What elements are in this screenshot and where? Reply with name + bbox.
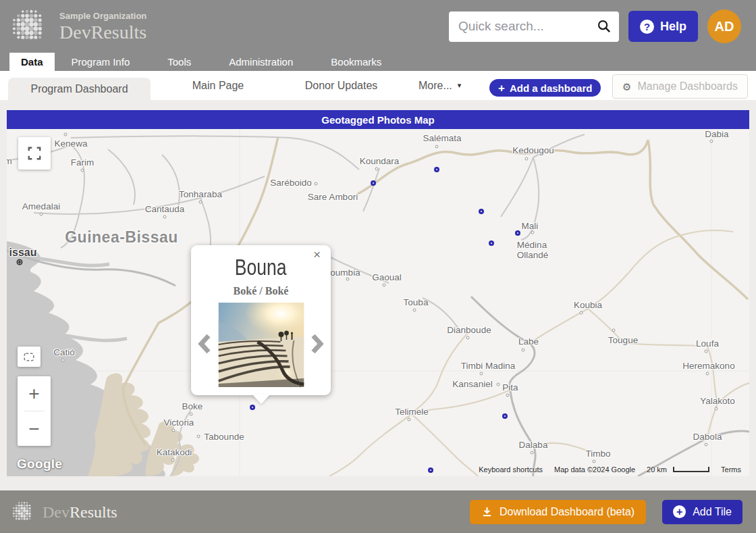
map-data-text: Map data ©2024 Google <box>554 465 635 474</box>
photo-marker[interactable] <box>434 167 439 172</box>
map-label-mali: Mali <box>522 221 539 231</box>
map-label-m-dina: Médina <box>517 240 547 250</box>
map-label-dabia: Dabia <box>705 129 728 139</box>
close-icon[interactable]: × <box>309 247 325 263</box>
photo-marker[interactable] <box>250 405 255 410</box>
previous-photo-icon[interactable] <box>197 334 212 357</box>
map-label-sare-ambori: Sare Ambori <box>308 192 358 202</box>
app-footer: DevResults Download Dashboard (beta) + A… <box>0 490 756 533</box>
add-dashboard-button[interactable]: + Add a dashboard <box>489 79 601 97</box>
popup-pointer <box>252 395 270 404</box>
town-dot <box>408 418 411 422</box>
download-icon <box>481 506 493 517</box>
zoom-in-button[interactable]: + <box>18 376 51 411</box>
nav-item-data[interactable]: Data <box>9 53 55 71</box>
nav-item-bookmarks[interactable]: Bookmarks <box>319 53 393 71</box>
user-avatar[interactable]: AD <box>707 9 741 43</box>
page: Sample Organization DevResults ? Help AD… <box>0 0 756 533</box>
map-label-kenewa: Kenewa <box>55 138 88 149</box>
help-button[interactable]: ? Help <box>628 11 698 42</box>
map-tile: Geotagged Photos Map <box>7 110 749 476</box>
town-dot <box>346 278 350 281</box>
add-tile-button[interactable]: + Add Tile <box>662 500 742 524</box>
town-dot <box>171 459 175 462</box>
town-dot <box>172 429 176 432</box>
capital-dot <box>17 259 23 265</box>
dashboard-tab-donor-updates[interactable]: Donor Updates <box>286 71 397 100</box>
footer-wordmark: DevResults <box>43 504 117 520</box>
photo-marker[interactable] <box>428 467 433 473</box>
town-dot <box>705 350 708 353</box>
town-dot <box>199 201 202 204</box>
photo-marker[interactable] <box>479 209 484 214</box>
map-label-katakodi: Katakodi <box>157 447 192 457</box>
nav-item-program-info[interactable]: Program Info <box>60 53 142 71</box>
help-label: Help <box>660 20 686 34</box>
map-label-yalakoto: Yalakoto <box>700 396 735 406</box>
photo-marker[interactable] <box>502 413 508 419</box>
scale-bar <box>673 467 709 472</box>
question-icon: ? <box>640 20 654 34</box>
photo-marker[interactable] <box>371 180 376 186</box>
map-label-pita: Pita <box>502 382 518 392</box>
map-label-dianboude: Dianboude <box>447 325 491 335</box>
plus-circle-icon: + <box>673 505 686 518</box>
dashboard-tab-main-page[interactable]: Main Page <box>151 71 286 100</box>
map-label-victoria: Victoria <box>164 417 194 428</box>
dashboard-tab-program-dashboard[interactable]: Program Dashboard <box>8 78 151 100</box>
next-photo-icon[interactable] <box>310 334 325 357</box>
google-logo[interactable]: Google <box>17 457 62 472</box>
town-dot <box>593 460 596 463</box>
town-dot <box>197 435 200 438</box>
tab-label: More... <box>418 80 452 92</box>
photo-marker[interactable] <box>515 230 520 236</box>
tab-label: Main Page <box>192 80 244 92</box>
town-dot <box>190 413 193 416</box>
photo-marker[interactable] <box>489 240 494 246</box>
search-input[interactable] <box>449 11 619 42</box>
town-dot <box>163 215 167 219</box>
town-dot <box>715 407 718 411</box>
keyboard-shortcuts-link[interactable]: Keyboard shortcuts <box>479 465 543 474</box>
map-label-dabola: Dabola <box>693 432 722 442</box>
header-actions: ? Help AD <box>449 9 741 43</box>
terms-link[interactable]: Terms <box>721 465 741 474</box>
brand: Sample Organization DevResults <box>9 7 146 46</box>
nav-item-administration[interactable]: Administration <box>217 53 304 71</box>
fit-bounds-button[interactable] <box>18 347 40 367</box>
map-label-kedougou: Kedougou <box>512 145 554 155</box>
town-dot <box>710 140 713 143</box>
download-dashboard-button[interactable]: Download Dashboard (beta) <box>470 500 646 524</box>
dashboard-tab-bar: Program DashboardMain PageDonor UpdatesM… <box>0 71 756 100</box>
map-label-cati: Catió <box>53 347 75 357</box>
map-label-sar-boido: Saréboido <box>270 178 312 188</box>
zoom-control: + − <box>18 376 51 446</box>
town-dot <box>580 311 583 315</box>
map-label-tougue: Tougue <box>608 335 638 345</box>
main-nav: DataProgram InfoToolsAdministrationBookm… <box>0 53 756 71</box>
app-header: Sample Organization DevResults ? Help AD <box>0 0 756 53</box>
download-dashboard-label: Download Dashboard (beta) <box>500 506 634 518</box>
town-dot <box>383 284 386 287</box>
map-label-koundara: Koundara <box>360 156 400 166</box>
town-dot <box>525 157 529 161</box>
manage-dashboards-button[interactable]: ⚙ Manage Dashboards <box>612 74 748 99</box>
chevron-down-icon: ▾ <box>458 81 462 90</box>
fullscreen-button[interactable] <box>18 137 51 170</box>
map-label-guinea-bissau: Guinea-Bissau <box>65 228 178 247</box>
town-dot <box>497 383 500 386</box>
town-dot <box>64 133 68 136</box>
map-label-farim: Farim <box>71 157 94 168</box>
dashboard-tab-more[interactable]: More...▾ <box>410 71 469 100</box>
map-label-dalaba: Dalaba <box>519 440 548 450</box>
plus-icon: + <box>498 82 505 94</box>
devresults-logo-icon[interactable] <box>9 7 49 46</box>
town-dot <box>506 394 510 397</box>
map-label-tabounde: Tabounde <box>204 432 244 442</box>
zoom-out-button[interactable]: − <box>18 411 51 446</box>
search-icon[interactable] <box>597 19 612 37</box>
nav-item-tools[interactable]: Tools <box>156 53 202 71</box>
town-dot <box>40 213 43 216</box>
town-dot <box>81 169 84 172</box>
map-canvas[interactable]: KenewaFarimmAmedalaiTonharabaCantaudaGui… <box>7 129 749 476</box>
